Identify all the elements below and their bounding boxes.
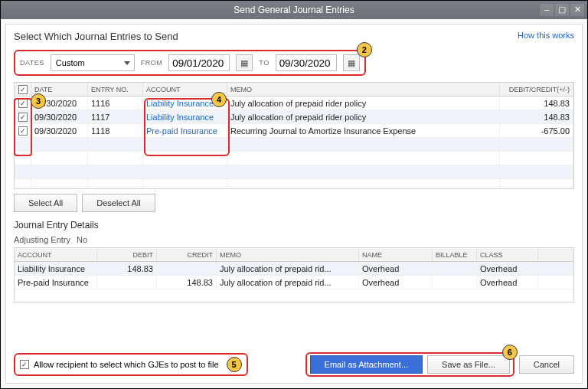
cell-memo: July allocation of prepaid rider policy [227, 96, 500, 110]
row-checkbox[interactable]: ✓ [18, 113, 28, 122]
cell-date: 09/30/2020 [31, 110, 88, 123]
dcol-billable[interactable]: BILLABLE [433, 248, 477, 261]
col-entryno[interactable]: ENTRY NO. [88, 83, 143, 96]
dcell-account: Pre-paid Insurance [15, 276, 97, 289]
dcol-credit[interactable]: CREDIT [157, 248, 217, 261]
journal-entries-grid: ✓ DATE ENTRY NO. ACCOUNT MEMO DEBIT/CRED… [14, 82, 574, 189]
date-filter-bar: DATES Custom FROM ▦ TO ▦ 2 [14, 50, 366, 76]
table-row [15, 138, 573, 152]
detail-row[interactable]: Liability Insurance 148.83 July allocati… [15, 262, 573, 276]
dcol-name[interactable]: NAME [359, 248, 433, 261]
dcell-class: Overhead [477, 262, 538, 275]
window-controls: – ▢ ✕ [540, 4, 584, 16]
row-checkbox[interactable]: ✓ [18, 126, 28, 136]
callout-4: 4 [211, 92, 227, 107]
export-button-group: Email as Attachment... Save as File... 6 [305, 352, 514, 377]
select-all-button[interactable]: Select All [14, 194, 77, 212]
cell-entryno: 1118 [88, 124, 143, 137]
dcell-memo: July allocation of prepaid rid... [217, 262, 359, 275]
dcell-class: Overhead [477, 276, 538, 289]
dcol-class[interactable]: CLASS [477, 248, 538, 261]
cell-entryno: 1117 [88, 110, 143, 123]
account-link[interactable]: Liability Insurance [146, 113, 214, 122]
to-label: TO [259, 59, 269, 67]
col-debitcredit[interactable]: DEBIT/CREDIT(+/-) [500, 83, 573, 96]
maximize-button[interactable]: ▢ [555, 4, 569, 16]
dcol-memo[interactable]: MEMO [217, 248, 359, 261]
to-date-input[interactable] [276, 54, 337, 71]
dcell-billable [433, 262, 477, 275]
details-heading: Journal Entry Details [14, 220, 574, 230]
dcell-name: Overhead [359, 262, 433, 275]
close-button[interactable]: ✕ [570, 4, 584, 16]
content-area: Select Which Journal Entries to Send How… [5, 24, 583, 384]
dcell-credit [157, 262, 217, 275]
titlebar: Send General Journal Entries – ▢ ✕ [1, 1, 587, 19]
adjusting-entry-label: Adjusting Entry [14, 235, 70, 244]
row-checkbox[interactable]: ✓ [18, 99, 28, 108]
dcol-debit[interactable]: DEBIT [97, 248, 157, 261]
table-row [15, 152, 573, 165]
email-attachment-button[interactable]: Email as Attachment... [310, 355, 423, 374]
cell-date: 09/30/2020 [31, 124, 88, 137]
details-header-row: ACCOUNT DEBIT CREDIT MEMO NAME BILLABLE … [15, 248, 573, 262]
dcell-account: Liability Insurance [15, 262, 97, 275]
details-section: Journal Entry Details Adjusting Entry No… [14, 220, 574, 302]
callout-2: 2 [357, 42, 372, 57]
from-calendar-button[interactable]: ▦ [236, 54, 253, 71]
dcol-account[interactable]: ACCOUNT [15, 248, 97, 261]
chevron-down-icon [124, 61, 130, 65]
from-label: FROM [141, 59, 163, 67]
detail-row[interactable]: Pre-paid Insurance 148.83 July allocatio… [15, 276, 573, 289]
deselect-all-button[interactable]: Deselect All [82, 194, 155, 212]
cancel-button[interactable]: Cancel [519, 355, 574, 374]
callout-5: 5 [227, 357, 242, 372]
to-calendar-button[interactable]: ▦ [343, 54, 360, 71]
app-window: Send General Journal Entries – ▢ ✕ Selec… [0, 0, 588, 389]
dates-label: DATES [20, 59, 44, 67]
save-as-file-button[interactable]: Save as File... [427, 355, 510, 374]
account-link[interactable]: Pre-paid Insurance [146, 126, 217, 136]
section-heading: Select Which Journal Entries to Send [14, 31, 178, 42]
cell-debitcredit: 148.83 [500, 96, 573, 110]
help-link[interactable]: How this works [518, 31, 574, 40]
table-row [15, 179, 573, 189]
table-row[interactable]: ✓ 09/30/2020 1116 Liability Insurance Ju… [15, 96, 573, 110]
calendar-icon: ▦ [240, 58, 248, 68]
allow-recipient-checkbox[interactable]: ✓ [20, 360, 29, 369]
dcell-debit [97, 276, 157, 289]
table-row[interactable]: ✓ 09/30/2020 1118 Pre-paid Insurance Rec… [15, 124, 573, 138]
calendar-icon: ▦ [348, 58, 355, 68]
dcell-credit: 148.83 [157, 276, 217, 289]
selection-buttons: Select All Deselect All [14, 194, 574, 212]
cell-debitcredit: -675.00 [500, 124, 573, 137]
allow-recipient-group: ✓ Allow recipient to select which GJEs t… [14, 353, 248, 376]
adjusting-entry-value: No [77, 235, 87, 244]
grid-header-row: ✓ DATE ENTRY NO. ACCOUNT MEMO DEBIT/CRED… [15, 83, 573, 96]
minimize-button[interactable]: – [540, 4, 554, 16]
account-link[interactable]: Liability Insurance [146, 99, 214, 108]
details-grid: ACCOUNT DEBIT CREDIT MEMO NAME BILLABLE … [14, 247, 574, 302]
window-title: Send General Journal Entries [234, 5, 354, 15]
dcell-debit: 148.83 [97, 262, 157, 275]
grid-body: ✓ 09/30/2020 1116 Liability Insurance Ju… [15, 96, 573, 189]
dates-dropdown-value: Custom [56, 58, 85, 67]
dates-dropdown[interactable]: Custom [51, 54, 135, 71]
dcell-name: Overhead [359, 276, 433, 289]
dcell-billable [433, 276, 477, 289]
callout-6: 6 [502, 345, 518, 360]
dcell-memo: July allocation of prepaid rid... [217, 276, 359, 289]
allow-recipient-label: Allow recipient to select which GJEs to … [34, 360, 219, 369]
callout-3: 3 [31, 93, 46, 109]
cell-entryno: 1116 [88, 96, 143, 110]
table-row[interactable]: ✓ 09/30/2020 1117 Liability Insurance Ju… [15, 110, 573, 124]
col-memo[interactable]: MEMO [227, 83, 500, 96]
cell-debitcredit: 148.83 [500, 110, 573, 123]
from-date-input[interactable] [168, 54, 230, 71]
cell-memo: July allocation of prepaid rider policy [227, 110, 500, 123]
footer-bar: ✓ Allow recipient to select which GJEs t… [14, 352, 574, 377]
select-all-checkbox[interactable]: ✓ [18, 85, 28, 94]
cell-memo: Recurring Journal to Amortize Insurance … [227, 124, 500, 137]
table-row [15, 165, 573, 179]
